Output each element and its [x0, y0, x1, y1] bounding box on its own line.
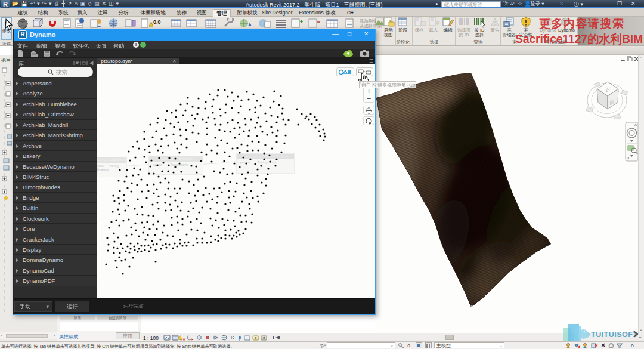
- svg-text:TUITUISOFT: TUITUISOFT: [591, 331, 638, 339]
